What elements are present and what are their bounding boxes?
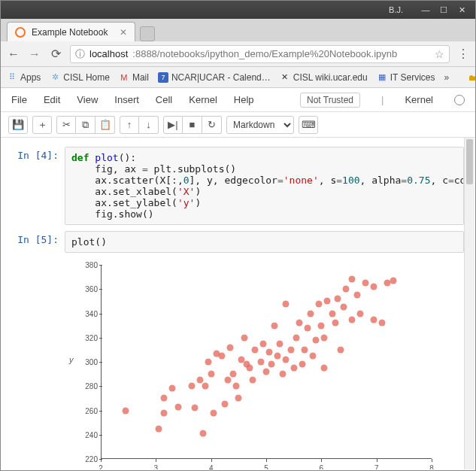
- window-minimize-button[interactable]: —: [417, 5, 435, 14]
- move-down-button[interactable]: ↓: [139, 116, 159, 134]
- data-point: [247, 365, 253, 372]
- code-cell[interactable]: In [4]: def plot(): fig, ax = plt.subplo…: [12, 147, 464, 225]
- menu-insert[interactable]: Insert: [114, 94, 139, 105]
- move-up-button[interactable]: ↑: [120, 116, 139, 134]
- data-point: [340, 304, 347, 311]
- save-icon: 💾: [12, 119, 24, 130]
- keyboard-icon: ⌨: [302, 119, 316, 130]
- tab-close-button[interactable]: ✕: [120, 27, 127, 38]
- data-point: [252, 346, 259, 353]
- copy-icon: ⧉: [82, 119, 89, 131]
- code-cell[interactable]: In [5]: plot(): [12, 231, 464, 253]
- x-tick-label: 8: [429, 464, 434, 469]
- code-input[interactable]: plot(): [65, 231, 464, 253]
- data-point: [189, 383, 196, 390]
- output-cell: y X 2202402602803003203403603802345678: [12, 257, 464, 469]
- browser-menu-button[interactable]: ⋮: [457, 47, 469, 61]
- data-point: [302, 346, 308, 353]
- apps-icon: ⠿: [7, 72, 17, 83]
- menu-view[interactable]: View: [77, 94, 98, 105]
- save-button[interactable]: 💾: [8, 116, 28, 134]
- vertical-scrollbar[interactable]: [464, 138, 474, 469]
- folder-icon: 🖿: [467, 72, 476, 83]
- insert-cell-button[interactable]: ＋: [32, 116, 52, 134]
- interrupt-button[interactable]: ■: [183, 116, 202, 134]
- data-point: [290, 365, 297, 372]
- bookmark-cisl-wiki[interactable]: ✕CISL wiki.ucar.edu: [280, 72, 368, 83]
- restart-button[interactable]: ↻: [202, 116, 222, 134]
- site-info-icon[interactable]: ⓘ: [75, 47, 85, 61]
- bookmark-apps[interactable]: ⠿Apps: [7, 72, 41, 83]
- data-point: [299, 361, 305, 368]
- data-point: [205, 359, 212, 366]
- url-input[interactable]: ⓘ localhost:8888/notebooks/ipython_demo/…: [70, 45, 450, 63]
- data-point: [241, 334, 247, 341]
- menu-kernel[interactable]: Kernel: [189, 94, 217, 105]
- x-tick-label: 7: [374, 464, 379, 469]
- paste-icon: 📋: [99, 119, 111, 130]
- data-point: [307, 310, 314, 317]
- it-services-icon: ▦: [377, 72, 387, 83]
- y-tick-label: 340: [65, 309, 98, 318]
- data-point: [348, 276, 355, 283]
- data-point: [371, 284, 377, 290]
- data-point: [282, 356, 289, 363]
- data-point: [232, 383, 239, 390]
- data-point: [321, 334, 328, 341]
- forward-button[interactable]: →: [28, 47, 41, 61]
- reload-button[interactable]: ⟳: [49, 47, 62, 61]
- data-point: [230, 371, 237, 378]
- data-point: [224, 377, 231, 384]
- window-close-button[interactable]: ✕: [453, 5, 471, 15]
- menu-file[interactable]: File: [11, 94, 27, 105]
- cut-icon: ✂: [62, 119, 71, 130]
- restart-icon: ↻: [208, 119, 216, 130]
- data-point: [249, 377, 256, 384]
- command-palette-button[interactable]: ⌨: [299, 116, 318, 134]
- data-point: [362, 280, 369, 287]
- bookmark-star-icon[interactable]: ☆: [435, 48, 444, 60]
- data-point: [288, 346, 295, 353]
- run-button[interactable]: ▶|: [163, 116, 183, 134]
- scrollbar-thumb[interactable]: [466, 139, 473, 184]
- paste-button[interactable]: 📋: [96, 116, 115, 134]
- new-tab-button[interactable]: [140, 26, 155, 41]
- tab-title: Example Notebook: [32, 27, 108, 38]
- menu-cell[interactable]: Cell: [156, 94, 172, 105]
- x-tick-label: 2: [99, 464, 103, 469]
- arrow-up-icon: ↑: [127, 119, 132, 130]
- copy-button[interactable]: ⧉: [76, 116, 96, 134]
- y-tick-label: 280: [65, 382, 98, 390]
- data-point: [199, 430, 206, 437]
- stop-icon: ■: [189, 119, 196, 130]
- browser-tabstrip: Example Notebook ✕: [1, 19, 475, 41]
- bookmarks-overflow[interactable]: »: [444, 72, 450, 83]
- trust-button[interactable]: Not Trusted: [300, 93, 360, 108]
- data-point: [161, 395, 168, 402]
- window-titlebar: B.J. — ☐ ✕: [1, 1, 475, 19]
- menu-edit[interactable]: Edit: [44, 94, 60, 105]
- data-point: [305, 324, 311, 331]
- browser-tab[interactable]: Example Notebook ✕: [7, 22, 135, 41]
- y-tick-label: 260: [65, 406, 98, 415]
- cell-type-select[interactable]: Markdown: [226, 116, 294, 134]
- menu-help[interactable]: Help: [234, 94, 254, 105]
- other-bookmarks[interactable]: 🖿Other bookmarks: [467, 72, 476, 83]
- y-tick-label: 320: [65, 333, 98, 342]
- bookmark-cisl-home[interactable]: ✲CISL Home: [50, 72, 110, 83]
- cut-button[interactable]: ✂: [56, 116, 76, 134]
- window-maximize-button[interactable]: ☐: [435, 5, 453, 15]
- data-point: [271, 322, 278, 329]
- y-tick-label: 380: [65, 261, 98, 269]
- code-input[interactable]: def plot(): fig, ax = plt.subplots() ax.…: [65, 147, 464, 225]
- bookmark-mail[interactable]: MMail: [119, 72, 149, 83]
- back-button[interactable]: ←: [7, 47, 20, 61]
- input-prompt: In [4]:: [12, 147, 65, 225]
- data-point: [332, 320, 338, 327]
- notebook-menubar: File Edit View Insert Cell Kernel Help N…: [1, 88, 475, 112]
- bookmarks-bar: ⠿Apps ✲CISL Home MMail 7NCAR|UCAR - Cale…: [1, 67, 475, 88]
- notebook-content[interactable]: In [4]: def plot(): fig, ax = plt.subplo…: [2, 138, 474, 469]
- bookmark-ncar-ucar[interactable]: 7NCAR|UCAR - Calend…: [158, 72, 271, 83]
- data-point: [222, 401, 229, 408]
- bookmark-it-services[interactable]: ▦IT Services: [377, 72, 435, 83]
